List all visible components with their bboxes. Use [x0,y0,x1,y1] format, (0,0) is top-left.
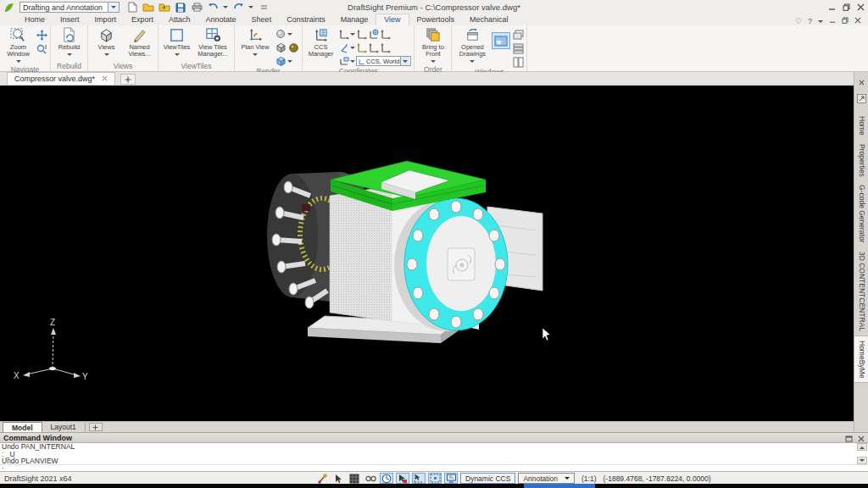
sidebar-close-icon[interactable] [859,74,865,89]
sheet-tab-model[interactable]: Model [3,422,42,432]
sidebar-tab-properties[interactable]: Properties [854,140,868,181]
command-input[interactable]: : [0,464,868,471]
tab-manage[interactable]: Manage [333,14,376,25]
command-window-header[interactable]: Command Window [0,432,868,443]
command-scrollbar[interactable] [857,443,867,464]
ccs-combobox[interactable]: CCS, World [356,56,411,66]
tab-constraints[interactable]: Constraints [279,14,333,25]
named-views-button[interactable]: Named Views... [124,27,155,58]
doc-restore-button[interactable] [842,17,849,25]
import-button[interactable] [159,2,170,14]
render-shade-dropdown-icon[interactable] [287,60,292,65]
ccs-axis-button-2[interactable] [356,29,367,40]
grid-toggle-icon[interactable] [348,473,361,484]
dynamic-input-toggle-icon[interactable] [444,473,458,484]
render-box-button[interactable] [275,42,287,53]
workspace-selector[interactable]: Drafting and Annotation [19,2,120,13]
tile-horizontal-button[interactable] [512,42,524,54]
zoom-dynamic-button[interactable] [36,42,47,54]
scroll-up-icon[interactable] [857,443,867,451]
doc-minimize-button[interactable] [829,17,836,25]
plan-view-button[interactable]: Plan View [237,27,273,58]
tab-insert[interactable]: Insert [53,14,87,25]
viewtiles-manager-button[interactable]: View Tiles Manager... [194,27,231,58]
drawing-canvas[interactable]: Z X Y [0,86,854,421]
opened-drawings-button[interactable]: Opened Drawings [454,27,490,65]
document-tab-active[interactable]: Compressor valve.dwg* [7,72,115,85]
tab-home[interactable]: Home [17,14,53,25]
sidebar-tab-homebyme[interactable]: HomeByMe [854,336,868,383]
open-file-button[interactable] [142,2,154,14]
annotation-dropdown[interactable]: Annotation [518,473,575,484]
save-button[interactable] [175,2,186,14]
tab-attach[interactable]: Attach [161,14,198,25]
help-icon[interactable]: ? [808,17,812,25]
tab-view[interactable]: View [376,14,409,25]
add-sheet-button[interactable] [89,423,103,431]
ccs-world-button[interactable] [368,29,379,40]
dynamic-ccs-button[interactable]: Dynamic CCS [460,473,515,484]
print-button[interactable] [191,2,203,14]
sidebar-tab-3d-contentcentral[interactable]: 3D CONTENTCENTRAL [854,247,868,336]
undo-button[interactable] [207,2,219,14]
ortho-toggle-icon[interactable] [364,473,377,484]
sidebar-tab-gcode-generator[interactable]: G-code Generator [854,180,868,247]
screen-window-button[interactable] [492,32,510,49]
doc-close-button[interactable] [854,17,861,25]
pan-button[interactable] [36,29,47,41]
rebuild-button[interactable]: Rebuild [53,27,85,58]
new-file-button[interactable] [126,2,138,14]
sheet-tab-layout1[interactable]: Layout1 [42,422,86,432]
tile-vertical-button[interactable] [512,56,524,68]
tab-export[interactable]: Export [124,14,161,25]
etrack-toggle-icon[interactable] [412,473,426,484]
minimize-button[interactable] [828,3,836,11]
tab-import[interactable]: Import [87,14,125,25]
redo-dropdown-icon[interactable] [248,6,253,11]
restore-button[interactable] [843,3,850,11]
customize-toolbar-button[interactable] [258,2,270,14]
ccs-axis-button-3[interactable] [380,29,391,40]
ccs-axis-button-4[interactable] [338,42,349,53]
close-button[interactable] [857,3,865,11]
views-button[interactable]: Views [91,27,122,58]
render-shade-button[interactable] [275,55,287,67]
polar-toggle-icon[interactable] [380,473,393,484]
scroll-down-icon[interactable] [857,457,867,464]
esnap-toggle-icon[interactable] [396,473,409,484]
render-sphere-button[interactable] [275,28,287,40]
bring-to-front-button[interactable]: Bring to Front [417,27,448,65]
ccs-axis-button-6[interactable] [368,42,379,53]
ccs-dropdown-icon-3[interactable] [350,60,355,65]
printable-area-toggle-icon[interactable] [428,473,442,484]
undo-dropdown-icon[interactable] [223,6,228,11]
document-tab-close-icon[interactable] [102,75,108,83]
ccs-manager-button[interactable]: CCS Manager [305,27,337,58]
tab-mechanical[interactable]: Mechanical [462,14,516,25]
tab-annotate[interactable]: Annotate [198,14,244,25]
ccs-axis-button-5[interactable] [356,42,367,53]
sidebar-tab-home[interactable]: Home [854,112,868,140]
ccs-combo-dropdown-icon[interactable] [400,57,409,65]
cascade-windows-button[interactable] [512,29,524,41]
tab-powertools[interactable]: Powertools [409,14,463,25]
render-material-button[interactable] [287,42,299,53]
ccs-axis-button-8[interactable] [338,56,349,67]
command-history[interactable]: Undo PAN_INTERNAL : _U Undo PLANVIEW [0,443,868,464]
ccs-dropdown-icon-1[interactable] [350,33,355,38]
tab-sheet[interactable]: Sheet [244,14,280,25]
viewtiles-button[interactable]: ViewTiles [161,27,192,58]
pointer-snap-toggle-icon[interactable] [331,473,345,484]
render-sphere-dropdown-icon[interactable] [287,33,292,38]
help-dropdown-icon[interactable] [818,20,823,25]
redo-button[interactable] [232,2,244,14]
ccs-axis-button-7[interactable] [380,42,391,53]
ccs-axis-button-1[interactable] [338,29,349,40]
snap-toggle-icon[interactable] [315,473,329,484]
new-document-tab-button[interactable] [120,74,136,85]
workspace-dropdown-icon[interactable] [108,3,119,12]
zoom-window-button[interactable]: Zoom Window [3,27,34,65]
favorite-icon[interactable]: ♡ [795,17,802,25]
sidebar-pin-icon[interactable] [857,92,866,107]
ccs-dropdown-icon-2[interactable] [350,47,355,52]
